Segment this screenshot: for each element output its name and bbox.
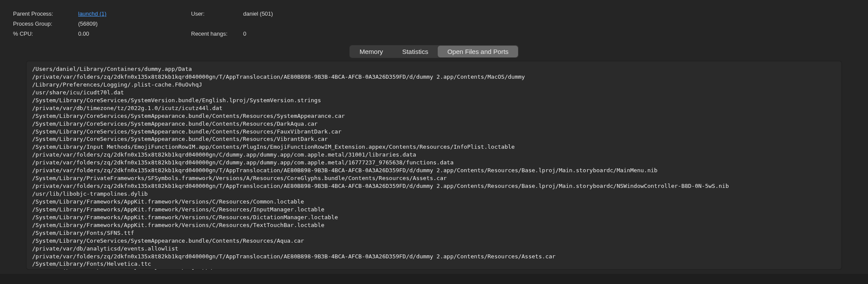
cpu-value: 0.00 — [78, 30, 89, 37]
process-group-value: (56809) — [78, 20, 98, 27]
file-line[interactable]: /usr/share/icu/icudt70l.dat — [32, 89, 836, 97]
file-line[interactable]: /System/Library/CoreServices/SystemAppea… — [32, 128, 836, 136]
file-list: /Users/daniel/Library/Containers/dummy.a… — [32, 65, 836, 270]
recent-hangs-label: Recent hangs: — [191, 30, 239, 37]
file-line[interactable]: /System/Library/Fonts/Helvetica.ttc — [32, 260, 836, 268]
parent-process-label: Parent Process: — [13, 10, 74, 17]
file-line[interactable]: /Library/Preferences/Logging/.plist-cach… — [32, 81, 836, 89]
parent-process-link[interactable]: launchd (1) — [78, 10, 106, 17]
file-line[interactable]: /System/Library/CoreServices/SystemAppea… — [32, 120, 836, 128]
file-line[interactable]: /System/Library/PrivateFrameworks/SFSymb… — [32, 174, 836, 182]
file-line[interactable]: /Users/daniel/Library/Containers/dummy.a… — [32, 65, 836, 73]
file-line[interactable]: /private/var/folders/zq/2dkfn0x135x8t82k… — [32, 73, 836, 81]
file-line[interactable]: /private/var/folders/zq/2dkfn0x135x8t82k… — [32, 253, 836, 261]
file-line[interactable]: /private/var/folders/zq/2dkfn0x135x8t82k… — [32, 167, 836, 174]
file-line[interactable]: /System/Library/Input Methods/EmojiFunct… — [32, 143, 836, 151]
file-line[interactable]: /System/Library/Frameworks/AppKit.framew… — [32, 198, 836, 206]
file-line[interactable]: /usr/lib/libobjc-trampolines.dylib — [32, 190, 836, 198]
file-line[interactable]: /private/var/db/timezone/tz/2022g.1.0/ic… — [32, 104, 836, 112]
user-label: User: — [191, 10, 239, 17]
tab-memory[interactable]: Memory — [350, 46, 393, 57]
file-line[interactable]: /private/var/folders/zq/2dkfn0x135x8t82k… — [32, 182, 836, 190]
open-files-panel[interactable]: /Users/daniel/Library/Containers/dummy.a… — [26, 61, 842, 270]
recent-hangs-value: 0 — [243, 30, 246, 37]
file-line[interactable]: /System/Library/CoreServices/SystemAppea… — [32, 135, 836, 143]
info-row-2: Process Group: (56809) — [13, 20, 855, 27]
info-row-1: Parent Process: launchd (1) User: daniel… — [13, 10, 855, 17]
file-line[interactable]: /System/Library/CoreServices/SystemVersi… — [32, 97, 836, 104]
info-row-3: % CPU: 0.00 Recent hangs: 0 — [13, 30, 855, 37]
file-line[interactable]: /System/Library/Caches/com.apple.IntlDat… — [32, 268, 836, 270]
file-line[interactable]: /System/Library/CoreServices/SystemAppea… — [32, 112, 836, 120]
file-line[interactable]: /System/Library/Frameworks/AppKit.framew… — [32, 214, 836, 221]
file-line[interactable]: /private/var/folders/zq/2dkfn0x135x8t82k… — [32, 151, 836, 159]
file-line[interactable]: /System/Library/CoreServices/SystemAppea… — [32, 237, 836, 245]
tab-bar: Memory Statistics Open Files and Ports — [13, 45, 855, 58]
file-line[interactable]: /System/Library/Fonts/SFNS.ttf — [32, 229, 836, 237]
tab-statistics[interactable]: Statistics — [393, 46, 438, 57]
process-info-panel: Parent Process: launchd (1) User: daniel… — [0, 0, 868, 274]
file-line[interactable]: /System/Library/Frameworks/AppKit.framew… — [32, 221, 836, 229]
segmented-control: Memory Statistics Open Files and Ports — [349, 45, 519, 58]
file-line[interactable]: /private/var/folders/zq/2dkfn0x135x8t82k… — [32, 159, 836, 167]
user-value: daniel (501) — [243, 10, 273, 17]
tab-open-files[interactable]: Open Files and Ports — [438, 46, 518, 57]
cpu-label: % CPU: — [13, 30, 74, 37]
process-group-label: Process Group: — [13, 20, 74, 27]
file-line[interactable]: /private/var/db/analyticsd/events.allowl… — [32, 245, 836, 253]
file-line[interactable]: /System/Library/Frameworks/AppKit.framew… — [32, 206, 836, 214]
